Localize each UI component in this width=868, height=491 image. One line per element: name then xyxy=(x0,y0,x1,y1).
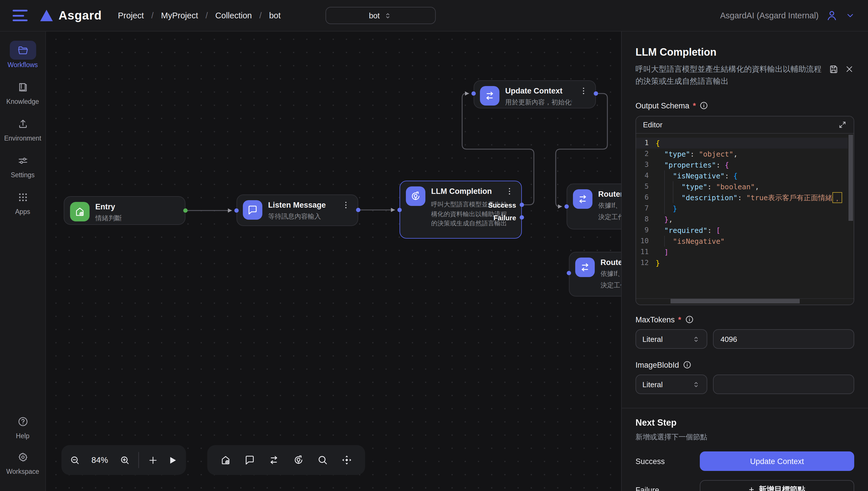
info-icon[interactable] xyxy=(699,101,708,110)
swap-icon xyxy=(480,86,499,106)
sidebar-item-settings[interactable]: Settings xyxy=(4,151,41,178)
code-area[interactable]: 1{2"type": "object",3"properties": {4"is… xyxy=(636,134,848,298)
gear-icon xyxy=(9,447,36,466)
help-icon xyxy=(9,412,36,431)
line-number: 1 xyxy=(636,138,656,149)
user-icon[interactable] xyxy=(825,9,838,22)
account-label: AsgardAI (Asgard Internal) xyxy=(720,11,819,20)
line-number: 3 xyxy=(636,160,656,170)
toolbar-swap-icon[interactable] xyxy=(268,454,280,466)
zoom-in-button[interactable] xyxy=(119,455,130,465)
sidebar-item-knowledge[interactable]: Knowledge xyxy=(4,78,41,105)
line-number: 12 xyxy=(636,258,656,268)
node-subtitle: 情緒判斷 xyxy=(95,214,179,223)
toolbar-move-icon[interactable] xyxy=(341,454,352,466)
top-navbar: Asgard Project/MyProject/Collection/bot … xyxy=(0,0,868,32)
next-step-title: Next Step xyxy=(635,417,854,428)
image-blob-id-input[interactable] xyxy=(713,375,854,394)
swap-icon xyxy=(573,189,592,209)
toolbar-chat-icon[interactable] xyxy=(244,454,255,466)
code-line[interactable]: 8}, xyxy=(636,214,848,225)
kebab-menu-icon[interactable] xyxy=(577,86,590,96)
kebab-menu-icon[interactable] xyxy=(340,200,352,210)
breadcrumb-item-bot[interactable]: bot xyxy=(269,11,280,20)
image-blob-id-mode-select[interactable]: Literal xyxy=(635,375,707,394)
toolbar-home-plus-icon[interactable] xyxy=(220,454,232,466)
code-line[interactable]: 5"type": "boolean", xyxy=(636,181,848,192)
asgard-logo-icon xyxy=(40,10,53,21)
line-number: 6 xyxy=(636,192,656,203)
sliders-icon xyxy=(9,151,36,170)
breadcrumb-item-project[interactable]: Project xyxy=(118,11,144,20)
llm-icon xyxy=(406,186,425,206)
output-port-label-success[interactable]: Success xyxy=(488,201,516,209)
info-icon[interactable] xyxy=(685,315,694,324)
zoom-out-button[interactable] xyxy=(70,455,80,465)
code-line[interactable]: 11] xyxy=(636,247,848,258)
editor-vertical-scrollbar[interactable] xyxy=(848,135,853,221)
schema-editor[interactable]: Editor 1{2"type": "object",3"properties"… xyxy=(635,116,854,305)
updown-chevron-icon xyxy=(692,380,700,388)
success-target-button[interactable]: Update Context xyxy=(700,452,854,471)
max-tokens-input[interactable] xyxy=(713,329,854,349)
workflow-selector-value: bot xyxy=(369,11,380,20)
sidebar-item-workflows[interactable]: Workflows xyxy=(4,41,41,68)
account-chevron-down-icon[interactable] xyxy=(845,10,856,21)
max-tokens-mode-select[interactable]: Literal xyxy=(635,329,707,349)
code-line[interactable]: 9"required": [ xyxy=(636,225,848,236)
section-divider xyxy=(622,408,868,408)
sidebar-item-help[interactable]: Help xyxy=(9,412,36,439)
run-button[interactable] xyxy=(167,455,178,465)
node-listen-message[interactable]: Listen Message等待訊息內容輸入 xyxy=(237,195,358,226)
node-entry[interactable]: Entry情緒判斷 xyxy=(64,196,185,225)
toolbar-search-icon[interactable] xyxy=(317,454,328,466)
plus-icon: + xyxy=(749,485,754,491)
code-line[interactable]: 6"description": "true表示客戶有正面情緒， xyxy=(636,192,848,203)
expand-icon[interactable] xyxy=(838,120,847,129)
code-line[interactable]: 7} xyxy=(636,203,848,214)
upload-icon xyxy=(9,114,36,133)
max-tokens-label: MaxTokens * xyxy=(635,315,854,324)
code-line[interactable]: 2"type": "object", xyxy=(636,149,848,160)
breadcrumb-item-collection[interactable]: Collection xyxy=(215,11,252,20)
breadcrumb-item-myproject[interactable]: MyProject xyxy=(161,11,198,20)
sidebar-item-workspace[interactable]: Workspace xyxy=(6,447,39,475)
success-row-label: Success xyxy=(635,457,700,465)
close-icon[interactable] xyxy=(844,63,854,74)
sidebar-item-environment[interactable]: Environment xyxy=(4,114,41,142)
toolbar-llm-icon[interactable] xyxy=(293,454,304,466)
line-number: 9 xyxy=(636,225,656,236)
add-button[interactable] xyxy=(147,455,158,465)
code-line[interactable]: 1{ xyxy=(636,138,848,149)
edge-arrowhead xyxy=(391,208,395,212)
output-port-label-failure[interactable]: Failure xyxy=(493,214,516,222)
edge-arrowhead xyxy=(228,208,232,212)
code-line[interactable]: 12} xyxy=(636,258,848,268)
failure-row-label: Failure xyxy=(635,486,700,491)
save-icon[interactable] xyxy=(829,63,839,75)
code-line[interactable]: 4"isNegative": { xyxy=(636,170,848,181)
code-line[interactable]: 10"isNegative" xyxy=(636,236,848,247)
node-toolbar xyxy=(207,445,365,475)
code-line[interactable]: 3"properties": { xyxy=(636,160,848,170)
workflow-selector[interactable]: bot xyxy=(325,7,436,24)
node-llm-completion[interactable]: LLM Completion呼叫大型語言模型並產生結構化的資料輸出以輔助流程的決… xyxy=(400,181,522,239)
sidebar-item-apps[interactable]: Apps xyxy=(4,187,41,215)
menu-icon[interactable] xyxy=(12,10,28,21)
add-failure-target-button[interactable]: + 新增目標節點 xyxy=(700,480,854,491)
editor-horizontal-scrollbar[interactable] xyxy=(671,299,800,304)
toolbar-divider xyxy=(139,452,139,468)
panel-description: 呼叫大型語言模型並產生結構化的資料輸出以輔助流程的決策或生成自然語言輸出 xyxy=(635,63,823,87)
app-name: Asgard xyxy=(59,9,102,22)
sidebar-item-label: Apps xyxy=(15,208,30,215)
next-step-subtitle: 新增或選擇下一個節點 xyxy=(635,433,854,442)
node-update-context[interactable]: Update Context用於更新內容，初始化變數 xyxy=(473,80,596,108)
node-title: Update Context xyxy=(505,87,572,95)
line-number: 4 xyxy=(636,170,656,181)
updown-chevron-icon xyxy=(692,335,700,343)
info-icon[interactable] xyxy=(683,360,692,369)
node-subtitle: 等待訊息內容輸入 xyxy=(268,212,334,221)
node-subtitle: 用於更新內容，初始化變數 xyxy=(505,98,572,107)
left-sidebar: Workflows Knowledge Environment Settings… xyxy=(0,32,46,491)
kebab-menu-icon[interactable] xyxy=(504,186,516,196)
